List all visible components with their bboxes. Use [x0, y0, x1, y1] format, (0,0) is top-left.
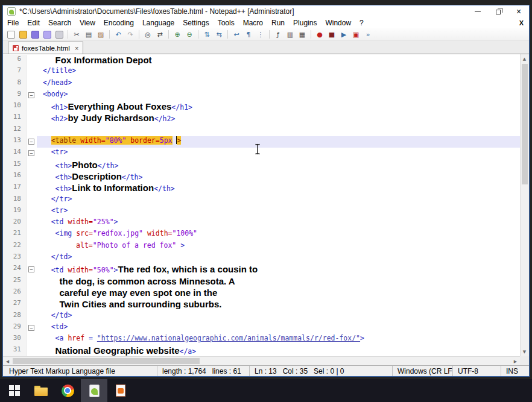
vertical-scrollbar[interactable]: ▲ ▼ [520, 54, 529, 356]
code-text[interactable]: <img src="redfox.jpg" width="100%" [37, 229, 520, 240]
menubar-close-button[interactable]: X [519, 19, 524, 27]
function-list-icon[interactable]: ƒ [273, 30, 283, 40]
presentation-app[interactable] [107, 379, 134, 402]
run-macro-multiple-icon[interactable]: » [363, 30, 373, 40]
code-text[interactable]: Twin Cities and surrounding suburbs. [37, 299, 520, 310]
code-line-9[interactable]: 9−<body> [3, 90, 520, 101]
code-text[interactable] [37, 125, 520, 136]
scroll-right-button[interactable]: ▶ [511, 357, 520, 365]
menu-item-tools[interactable]: Tools [214, 18, 239, 28]
code-line-10[interactable]: 10<h1>Everything About Foxes</h1> [3, 101, 520, 113]
code-text[interactable]: </tr> [37, 195, 520, 206]
code-line-15[interactable]: 15<th>Photo</th> [3, 160, 520, 171]
notepadpp-app[interactable] [81, 379, 107, 402]
tab-foxesTable.html[interactable]: foxesTable.html× [8, 42, 83, 54]
code-line-26[interactable]: 26careful eye may even spot one in the [3, 287, 520, 299]
replace-icon[interactable]: ⇄ [154, 30, 165, 40]
code-line-31[interactable]: 31National Geographic website</a> [3, 345, 520, 356]
record-macro-icon[interactable]: ● [314, 30, 325, 40]
code-line-18[interactable]: 18</tr> [3, 195, 520, 206]
code-text[interactable]: the dog, is common across Minnesota. A [37, 276, 520, 287]
folder-workspace-icon[interactable]: ▦ [297, 30, 308, 40]
code-text[interactable]: </head> [37, 78, 520, 90]
indent-guide-icon[interactable]: ⋮ [255, 30, 266, 40]
code-text[interactable]: <table width="80%" border=5px > [37, 136, 520, 148]
word-wrap-icon[interactable]: ↩ [231, 30, 242, 40]
status-eol-format[interactable]: Windows (CR LF) [392, 366, 452, 376]
vertical-scroll-thumb[interactable] [522, 64, 528, 184]
code-line-11[interactable]: 11<h2>by Judy Richardson</h2> [3, 113, 520, 124]
menu-item-file[interactable]: File [3, 18, 23, 28]
code-text[interactable]: alt="Photo of a red fox" > [37, 241, 520, 253]
code-text[interactable]: </td> [37, 311, 520, 322]
menu-item-plugins[interactable]: Plugins [289, 18, 321, 28]
zoom-out-icon[interactable]: ⊖ [184, 30, 195, 40]
code-line-22[interactable]: 22alt="Photo of a red fox" > [3, 241, 520, 253]
code-line-17[interactable]: 17<th>Link to Information</th> [3, 183, 520, 194]
code-line-19[interactable]: 19<tr> [3, 206, 520, 218]
play-macro-icon[interactable]: ▶ [338, 30, 349, 40]
scroll-left-button[interactable]: ◀ [3, 357, 12, 365]
code-line-24[interactable]: 24−<td width="50%">The red fox, which is… [3, 264, 520, 275]
menu-item-settings[interactable]: Settings [179, 18, 213, 28]
code-text[interactable]: <td width="25%"> [37, 218, 520, 229]
tab-close-icon[interactable]: × [75, 45, 78, 52]
code-line-7[interactable]: 7</title> [3, 66, 520, 78]
undo-icon[interactable]: ↶ [113, 30, 124, 40]
save-macro-icon[interactable]: ▣ [350, 30, 361, 40]
code-line-20[interactable]: 20<td width="25%"> [3, 218, 520, 229]
scroll-up-button[interactable]: ▲ [520, 54, 529, 63]
code-line-27[interactable]: 27Twin Cities and surrounding suburbs. [3, 299, 520, 310]
fold-marker-icon[interactable]: − [28, 150, 34, 156]
copy-icon[interactable]: ▤ [83, 30, 94, 40]
stop-macro-icon[interactable]: ■ [326, 30, 337, 40]
code-text[interactable]: <td> [37, 322, 520, 334]
code-line-21[interactable]: 21<img src="redfox.jpg" width="100%" [3, 229, 520, 240]
code-line-30[interactable]: 30<a href = "https://www.nationalgeograp… [3, 334, 520, 345]
open-folder-icon[interactable] [17, 30, 28, 40]
horizontal-scroll-thumb[interactable] [13, 358, 200, 364]
find-icon[interactable]: ◎ [142, 30, 153, 40]
titlebar[interactable]: *C:\Users\Administrator\Documents\Files\… [3, 5, 529, 17]
fold-marker-icon[interactable]: − [28, 266, 34, 272]
code-line-23[interactable]: 23</td> [3, 253, 520, 264]
code-text[interactable]: <a href = "https://www.nationalgeographi… [37, 334, 520, 345]
menu-item-language[interactable]: Language [138, 18, 179, 28]
sync-vertical-scroll-icon[interactable]: ⇅ [201, 30, 212, 40]
menu-item-search[interactable]: Search [44, 18, 75, 28]
code-text[interactable]: Fox Information Depot [37, 55, 520, 66]
menu-item-help[interactable]: ? [355, 18, 368, 28]
status-cursor-position[interactable]: Ln : 13 Col : 35 Sel : 0 | 0 [249, 366, 392, 376]
code-text[interactable]: <th>Photo</th> [37, 160, 520, 171]
fold-marker-icon[interactable]: − [28, 325, 34, 331]
minimize-button[interactable] [467, 5, 488, 17]
scroll-down-button[interactable]: ▼ [520, 347, 529, 356]
status-insert-mode[interactable]: INS [501, 366, 529, 376]
chrome-app[interactable] [54, 379, 81, 402]
restore-button[interactable] [488, 5, 508, 17]
code-text[interactable]: <tr> [37, 148, 520, 159]
code-text[interactable]: National Geographic website</a> [37, 345, 520, 356]
save-icon[interactable] [30, 30, 40, 40]
code-text[interactable]: <h1>Everything About Foxes</h1> [37, 101, 520, 113]
document-map-icon[interactable]: ▥ [285, 30, 296, 40]
fold-marker-icon[interactable]: − [28, 92, 34, 98]
code-line-12[interactable]: 12 [3, 125, 520, 136]
status-encoding[interactable]: UTF-8 [452, 366, 501, 376]
code-text[interactable]: <tr> [37, 206, 520, 218]
file-explorer-app[interactable] [28, 379, 54, 402]
cut-icon[interactable]: ✂ [71, 30, 82, 40]
redo-icon[interactable]: ↷ [125, 30, 136, 40]
editor-lines[interactable]: 6Fox Information Depot7</title>8</head>9… [3, 55, 520, 356]
paste-icon[interactable]: ▨ [95, 30, 106, 40]
save-all-icon[interactable] [42, 30, 52, 40]
code-line-25[interactable]: 25the dog, is common across Minnesota. A [3, 276, 520, 287]
code-line-16[interactable]: 16<th>Description</th> [3, 171, 520, 183]
print-icon[interactable] [54, 30, 65, 40]
menu-item-run[interactable]: Run [267, 18, 289, 28]
new-file-icon[interactable] [5, 30, 16, 40]
code-line-14[interactable]: 14−<tr> [3, 148, 520, 159]
code-text[interactable]: careful eye may even spot one in the [37, 287, 520, 299]
code-text[interactable]: <h2>by Judy Richardson</h2> [37, 113, 520, 124]
code-text[interactable]: <td width="50%">The red fox, which is a … [37, 264, 520, 275]
